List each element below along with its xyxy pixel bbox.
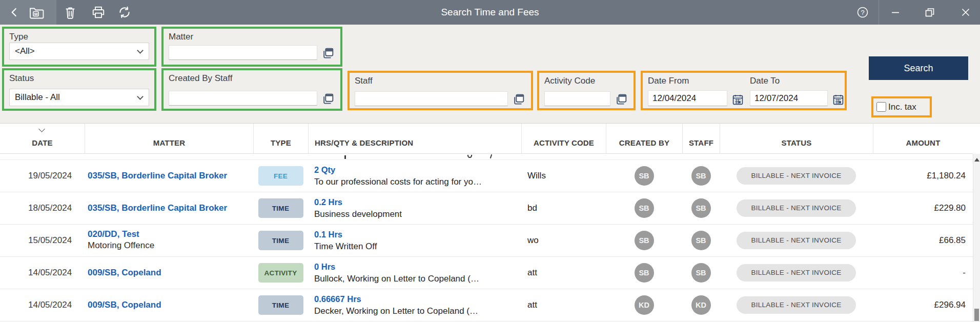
filter-date-range: Date From bbox=[641, 71, 847, 110]
date-to-label: Date To bbox=[750, 75, 845, 87]
help-button[interactable]: ? bbox=[851, 0, 874, 25]
description-text: Business development bbox=[314, 208, 402, 220]
quantity-link[interactable]: 2 Qty bbox=[314, 164, 335, 176]
column-header-amount[interactable]: AMOUNT bbox=[873, 124, 973, 153]
staff-avatar: SB bbox=[691, 263, 711, 283]
vertical-scrollbar[interactable] bbox=[973, 154, 980, 322]
column-header-label: ACTIVITY CODE bbox=[534, 138, 594, 147]
refresh-button[interactable] bbox=[113, 0, 136, 25]
matter-folder-button[interactable]: M bbox=[25, 0, 48, 25]
status-select[interactable]: Billable - All bbox=[9, 89, 149, 106]
type-select[interactable]: <All> bbox=[9, 43, 149, 60]
description-text: Decker, Working on Letter to Copeland (… bbox=[314, 305, 478, 317]
delete-button[interactable] bbox=[59, 0, 81, 25]
close-icon bbox=[959, 6, 972, 18]
staff-lookup-button[interactable] bbox=[512, 92, 526, 106]
column-header-label: DATE bbox=[32, 138, 53, 147]
clipped-text-fragment bbox=[344, 155, 346, 159]
column-header-date[interactable]: DATE bbox=[0, 124, 85, 153]
column-header-label: STAFF bbox=[689, 138, 713, 147]
calendar-icon bbox=[832, 93, 845, 106]
column-header-label: MATTER bbox=[153, 138, 186, 147]
cell-activity-code: bd bbox=[521, 192, 606, 224]
matter-link[interactable]: 009/SB, Copeland bbox=[88, 300, 161, 310]
column-header-staff[interactable]: STAFF bbox=[682, 124, 720, 153]
table-row[interactable]: 15/05/2024 020/DD, Test Motoring Offence… bbox=[0, 225, 973, 257]
cell-amount: £229.80 bbox=[873, 192, 973, 224]
activity-code-input[interactable] bbox=[544, 91, 610, 106]
column-header-type[interactable]: TYPE bbox=[253, 124, 308, 153]
titlebar: M bbox=[0, 0, 980, 25]
column-header-label: STATUS bbox=[782, 138, 812, 147]
lookup-icon bbox=[321, 46, 335, 60]
created-by-avatar: SB bbox=[635, 166, 654, 186]
table-row[interactable]: 14/05/2024 009/SB, Copeland TIME 0.66667… bbox=[0, 289, 973, 321]
table-row[interactable]: 14/05/2024 009/SB, Copeland ACTIVITY 0 H… bbox=[0, 257, 973, 289]
description-text: To our professional costs for acting for… bbox=[314, 176, 482, 188]
cell-type: TIME bbox=[253, 192, 308, 224]
cell-created-by: SB bbox=[606, 192, 682, 224]
lookup-icon bbox=[512, 92, 526, 106]
created-by-avatar: SB bbox=[635, 263, 654, 283]
cell-activity-code: Wills bbox=[521, 160, 606, 192]
scrollbar-thumb[interactable] bbox=[974, 309, 979, 321]
matter-link[interactable]: 035/SB, Borderline Capital Broker bbox=[88, 171, 227, 181]
maximize-button[interactable] bbox=[918, 0, 941, 25]
calendar-icon bbox=[731, 93, 744, 106]
matter-link[interactable]: 035/SB, Borderline Capital Broker bbox=[88, 203, 227, 213]
filter-staff: Staff bbox=[348, 71, 533, 110]
close-button[interactable] bbox=[954, 0, 977, 25]
staff-input[interactable] bbox=[355, 91, 508, 106]
scroll-up-arrow-icon[interactable] bbox=[974, 158, 979, 162]
cell-type: ACTIVITY bbox=[253, 257, 308, 289]
type-badge: FEE bbox=[258, 166, 303, 186]
inc-tax-label: Inc. tax bbox=[888, 102, 916, 112]
matter-input[interactable] bbox=[169, 45, 317, 60]
cell-date: 14/05/2024 bbox=[0, 257, 85, 289]
cell-created-by: SB bbox=[606, 257, 682, 289]
date-to-calendar-button[interactable] bbox=[832, 93, 845, 106]
delete-icon bbox=[64, 5, 77, 19]
quantity-link[interactable]: 0 Hrs bbox=[314, 261, 335, 273]
quantity-link[interactable]: 0.66667 Hrs bbox=[314, 293, 361, 305]
column-header-activity-code[interactable]: ACTIVITY CODE bbox=[521, 124, 606, 153]
quantity-link[interactable]: 0.2 Hrs bbox=[314, 196, 342, 208]
column-header-label: AMOUNT bbox=[906, 138, 940, 147]
column-header-matter[interactable]: MATTER bbox=[85, 124, 253, 153]
help-icon: ? bbox=[856, 6, 869, 19]
table-row[interactable]: 19/05/2024 035/SB, Borderline Capital Br… bbox=[0, 160, 973, 192]
date-from-calendar-button[interactable] bbox=[731, 93, 744, 106]
matter-label: Matter bbox=[169, 31, 335, 43]
cell-matter: 035/SB, Borderline Capital Broker bbox=[85, 160, 253, 192]
created-by-staff-lookup-button[interactable] bbox=[321, 92, 335, 106]
column-header-created-by[interactable]: CREATED BY bbox=[606, 124, 682, 153]
matter-link[interactable]: 009/SB, Copeland bbox=[88, 268, 161, 278]
created-by-staff-input[interactable] bbox=[169, 91, 317, 106]
date-from-label: Date From bbox=[648, 75, 744, 87]
sort-chevron-down-icon bbox=[38, 126, 45, 132]
back-button[interactable] bbox=[3, 0, 26, 25]
inc-tax-checkbox[interactable] bbox=[876, 102, 886, 112]
search-time-and-fees-window: M bbox=[0, 0, 980, 322]
print-button[interactable] bbox=[87, 0, 110, 25]
date-from-input[interactable] bbox=[648, 90, 727, 106]
matter-link[interactable]: 020/DD, Test bbox=[88, 229, 139, 239]
cell-type: FEE bbox=[253, 160, 308, 192]
date-to-input[interactable] bbox=[750, 90, 828, 106]
search-button[interactable]: Search bbox=[869, 56, 968, 80]
cell-description: 0 Hrs Bullock, Working on Letter to Cope… bbox=[308, 257, 521, 289]
cell-created-by: SB bbox=[606, 160, 682, 192]
staff-avatar: KD bbox=[691, 295, 711, 315]
print-icon bbox=[91, 5, 106, 19]
table-row[interactable]: 18/05/2024 035/SB, Borderline Capital Br… bbox=[0, 192, 973, 225]
cell-date: 19/05/2024 bbox=[0, 160, 85, 192]
quantity-link[interactable]: 0.1 Hrs bbox=[314, 229, 342, 240]
status-select-value: Billable - All bbox=[15, 92, 60, 103]
filter-type: Type <All> bbox=[2, 27, 156, 67]
column-header-hrs-qty-description[interactable]: HRS/QTY & DESCRIPTION bbox=[308, 124, 521, 153]
activity-code-lookup-button[interactable] bbox=[615, 92, 628, 106]
matter-lookup-button[interactable] bbox=[321, 46, 335, 60]
type-select-value: <All> bbox=[15, 46, 35, 56]
column-header-status[interactable]: STATUS bbox=[720, 124, 873, 153]
minimize-button[interactable] bbox=[884, 0, 907, 25]
